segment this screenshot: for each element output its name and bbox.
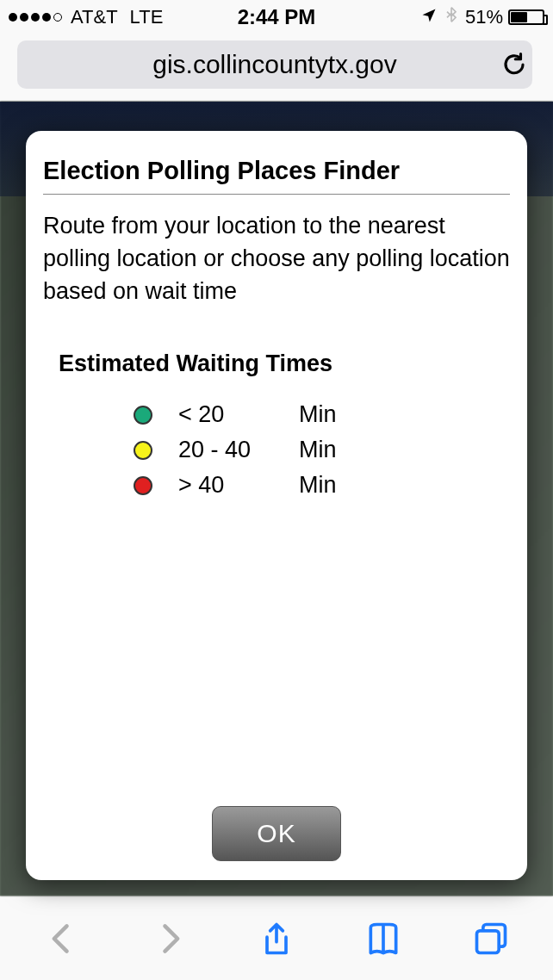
bluetooth-icon xyxy=(443,6,460,28)
legend-range-label: < 20 xyxy=(178,401,299,428)
battery-percentage-label: 51% xyxy=(465,6,503,28)
legend-item: > 40 Min xyxy=(134,472,510,499)
dialog-description: Route from your location to the nearest … xyxy=(43,210,510,307)
browser-address-bar: gis.collincountytx.gov xyxy=(0,34,553,102)
legend-unit-label: Min xyxy=(299,437,337,463)
bookmarks-button[interactable] xyxy=(357,913,409,964)
legend-unit-label: Min xyxy=(299,401,337,428)
dialog-title: Election Polling Places Finder xyxy=(43,157,510,185)
legend-item: < 20 Min xyxy=(134,401,510,428)
info-dialog: Election Polling Places Finder Route fro… xyxy=(26,131,527,880)
status-bar: AT&T LTE 2:44 PM 51% xyxy=(0,0,553,34)
dialog-divider xyxy=(43,194,510,195)
ok-button[interactable]: OK xyxy=(212,806,341,861)
dialog-button-row: OK xyxy=(43,806,510,861)
tabs-button[interactable] xyxy=(465,913,517,964)
legend-range-label: > 40 xyxy=(178,472,299,499)
legend-dot-icon xyxy=(134,441,152,460)
legend-dot-icon xyxy=(134,476,152,495)
back-button[interactable] xyxy=(36,913,88,964)
battery-icon xyxy=(508,9,544,25)
legend-unit-label: Min xyxy=(299,472,337,499)
clock-label: 2:44 PM xyxy=(238,5,316,29)
location-services-icon xyxy=(420,7,438,28)
signal-strength-icon xyxy=(9,13,62,22)
legend-range-label: 20 - 40 xyxy=(178,437,299,463)
legend-dot-icon xyxy=(134,406,152,425)
url-field[interactable]: gis.collincountytx.gov xyxy=(17,40,532,89)
share-button[interactable] xyxy=(251,913,302,964)
legend-item: 20 - 40 Min xyxy=(134,437,510,463)
url-text: gis.collincountytx.gov xyxy=(152,50,396,79)
legend-list: < 20 Min 20 - 40 Min > 40 Min xyxy=(134,401,510,507)
network-label: LTE xyxy=(130,6,164,28)
status-right-group: 51% xyxy=(420,6,544,28)
svg-rect-1 xyxy=(476,930,499,952)
forward-button[interactable] xyxy=(144,913,196,964)
browser-toolbar xyxy=(0,896,553,980)
refresh-button[interactable] xyxy=(493,52,536,78)
content-area: Election Polling Places Finder Route fro… xyxy=(0,102,553,896)
carrier-label: AT&T xyxy=(71,6,118,28)
status-left-group: AT&T LTE xyxy=(9,6,163,28)
legend-title: Estimated Waiting Times xyxy=(59,350,510,377)
